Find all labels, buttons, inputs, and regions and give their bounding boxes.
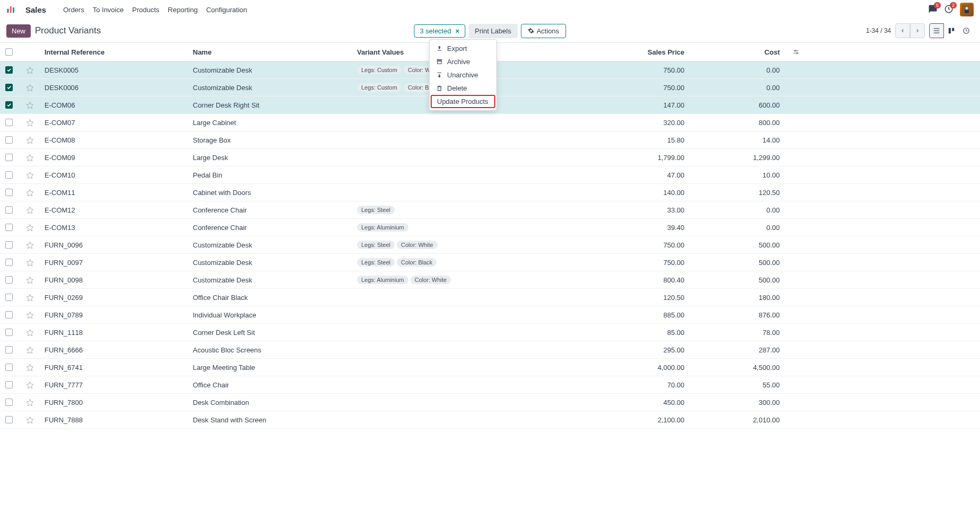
table-row[interactable]: E-COM13Conference ChairLegs: Aluminium39… [0, 219, 980, 236]
favorite-star-icon[interactable] [18, 101, 41, 109]
col-cost[interactable]: Cost [693, 48, 788, 56]
cell-sales-price: 750.00 [598, 84, 693, 92]
cell-sales-price: 750.00 [598, 241, 693, 249]
favorite-star-icon[interactable] [18, 381, 41, 389]
clear-selection-icon[interactable]: × [456, 27, 460, 35]
favorite-star-icon[interactable] [18, 346, 41, 354]
row-checkbox[interactable] [5, 119, 13, 126]
table-row[interactable]: FURN_0097Customizable DeskLegs: SteelCol… [0, 254, 980, 271]
messaging-icon[interactable]: 5 [928, 4, 938, 15]
row-checkbox[interactable] [5, 136, 13, 144]
row-checkbox[interactable] [5, 416, 13, 423]
row-checkbox[interactable] [5, 206, 13, 214]
cell-internal-reference: FURN_0789 [41, 311, 190, 319]
row-checkbox[interactable] [5, 311, 13, 319]
column-options-icon[interactable] [788, 48, 804, 56]
cell-sales-price: 4,000.00 [598, 364, 693, 372]
favorite-star-icon[interactable] [18, 66, 41, 74]
favorite-star-icon[interactable] [18, 136, 41, 144]
print-labels-button[interactable]: Print Labels [468, 24, 518, 38]
table-row[interactable]: FURN_0096Customizable DeskLegs: SteelCol… [0, 236, 980, 254]
nav-item[interactable]: To Invoice [93, 6, 124, 14]
actions-button[interactable]: Actions [521, 24, 566, 38]
favorite-star-icon[interactable] [18, 416, 41, 424]
activity-view-button[interactable] [959, 23, 974, 38]
select-all-checkbox[interactable] [5, 48, 13, 56]
favorite-star-icon[interactable] [18, 119, 41, 127]
new-button[interactable]: New [6, 24, 31, 38]
pager-text[interactable]: 1-34 / 34 [866, 27, 891, 34]
table-row[interactable]: FURN_6666Acoustic Bloc Screens295.00287.… [0, 341, 980, 359]
row-checkbox[interactable] [5, 84, 13, 91]
favorite-star-icon[interactable] [18, 364, 41, 372]
favorite-star-icon[interactable] [18, 259, 41, 267]
col-internal-reference[interactable]: Internal Reference [41, 48, 190, 56]
action-archive[interactable]: Archive [430, 55, 496, 68]
table-row[interactable]: E-COM09Large Desk1,799.001,299.00 [0, 149, 980, 166]
row-checkbox[interactable] [5, 224, 13, 231]
table-row[interactable]: FURN_7800Desk Combination450.00300.00 [0, 394, 980, 411]
favorite-star-icon[interactable] [18, 224, 41, 232]
row-checkbox[interactable] [5, 66, 13, 74]
col-name[interactable]: Name [190, 48, 354, 56]
table-row[interactable]: FURN_0269Office Chair Black120.50180.00 [0, 289, 980, 306]
favorite-star-icon[interactable] [18, 276, 41, 284]
favorite-star-icon[interactable] [18, 399, 41, 406]
favorite-star-icon[interactable] [18, 154, 41, 162]
table-row[interactable]: E-COM08Storage Box15.8014.00 [0, 131, 980, 149]
favorite-star-icon[interactable] [18, 189, 41, 197]
table-row[interactable]: FURN_7777Office Chair70.0055.00 [0, 376, 980, 394]
table-row[interactable]: FURN_6741Large Meeting Table4,000.004,50… [0, 359, 980, 376]
col-sales-price[interactable]: Sales Price [598, 48, 693, 56]
cell-cost: 0.00 [693, 66, 788, 74]
row-checkbox[interactable] [5, 154, 13, 161]
action-update-products[interactable]: Update Products [431, 95, 495, 108]
table-row[interactable]: E-COM11Cabinet with Doors140.00120.50 [0, 184, 980, 201]
activities-icon[interactable]: 2 [944, 4, 954, 15]
favorite-star-icon[interactable] [18, 241, 41, 249]
row-checkbox[interactable] [5, 346, 13, 353]
pager-prev-button[interactable] [895, 23, 910, 38]
table-row[interactable]: FURN_1118Corner Desk Left Sit85.0078.00 [0, 324, 980, 341]
kanban-view-button[interactable] [944, 23, 959, 38]
table-row[interactable]: FURN_0098Customizable DeskLegs: Aluminiu… [0, 271, 980, 289]
action-export[interactable]: Export [430, 42, 496, 55]
row-checkbox[interactable] [5, 381, 13, 388]
favorite-star-icon[interactable] [18, 329, 41, 337]
row-checkbox[interactable] [5, 189, 13, 196]
favorite-star-icon[interactable] [18, 171, 41, 179]
row-checkbox[interactable] [5, 364, 13, 371]
row-checkbox[interactable] [5, 329, 13, 336]
row-checkbox[interactable] [5, 171, 13, 179]
cell-sales-price: 750.00 [598, 259, 693, 267]
cell-internal-reference: E-COM10 [41, 171, 190, 179]
table-row[interactable]: E-COM12Conference ChairLegs: Steel33.000… [0, 201, 980, 219]
row-checkbox[interactable] [5, 276, 13, 284]
table-row[interactable]: FURN_7888Desk Stand with Screen2,100.002… [0, 411, 980, 429]
pager-next-button[interactable] [910, 23, 925, 38]
action-unarchive[interactable]: Unarchive [430, 68, 496, 82]
row-checkbox[interactable] [5, 399, 13, 406]
nav-item[interactable]: Configuration [206, 6, 247, 14]
cell-internal-reference: FURN_7777 [41, 381, 190, 389]
nav-item[interactable]: Products [132, 6, 159, 14]
row-checkbox[interactable] [5, 241, 13, 249]
row-checkbox[interactable] [5, 259, 13, 266]
favorite-star-icon[interactable] [18, 311, 41, 319]
nav-item[interactable]: Orders [63, 6, 84, 14]
nav-item[interactable]: Reporting [168, 6, 198, 14]
row-checkbox[interactable] [5, 294, 13, 301]
favorite-star-icon[interactable] [18, 294, 41, 302]
cell-internal-reference: E-COM08 [41, 136, 190, 144]
table-row[interactable]: E-COM10Pedal Bin47.0010.00 [0, 166, 980, 184]
table-row[interactable]: FURN_0789Individual Workplace885.00876.0… [0, 306, 980, 324]
user-avatar[interactable] [960, 3, 974, 16]
cell-cost: 120.50 [693, 189, 788, 197]
app-name[interactable]: Sales [25, 5, 46, 14]
favorite-star-icon[interactable] [18, 206, 41, 214]
row-checkbox[interactable] [5, 101, 13, 109]
action-delete[interactable]: Delete [430, 82, 496, 95]
favorite-star-icon[interactable] [18, 84, 41, 92]
list-view-button[interactable] [929, 23, 944, 38]
table-row[interactable]: E-COM07Large Cabinet320.00800.00 [0, 114, 980, 131]
